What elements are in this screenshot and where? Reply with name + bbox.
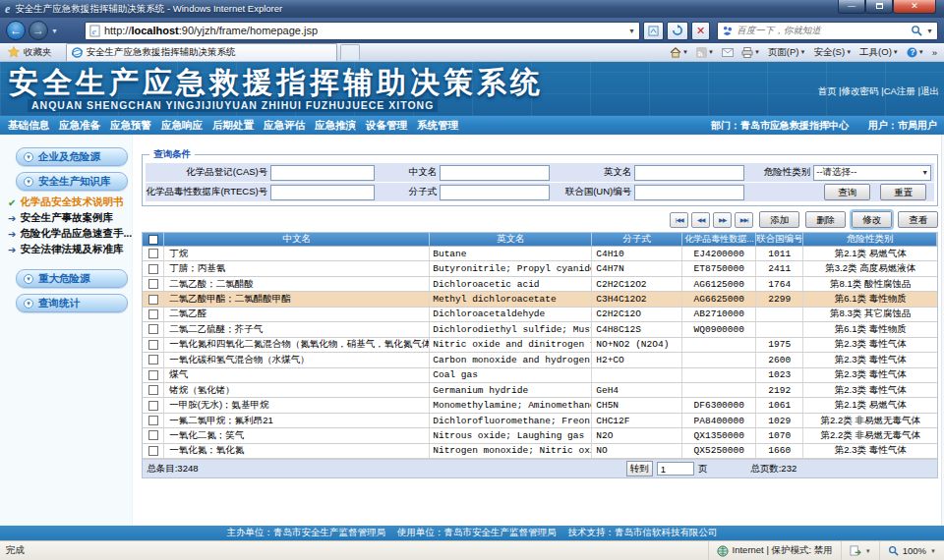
row-checkbox[interactable]: [148, 264, 158, 274]
history-dropdown-icon[interactable]: ▼: [51, 28, 58, 34]
page-menu[interactable]: 页面(P)▼: [765, 46, 809, 59]
refresh-button[interactable]: [667, 22, 688, 40]
menu-item-5[interactable]: 后期处置: [212, 119, 254, 133]
favorites-button[interactable]: 收藏夹: [4, 46, 60, 59]
row-checkbox[interactable]: [148, 249, 158, 258]
table-row[interactable]: 煤气Coal gas1023第2.3类 毒性气体: [143, 368, 937, 383]
help-menu[interactable]: ?▼: [904, 47, 927, 58]
back-button[interactable]: ←: [6, 21, 26, 40]
stop-button[interactable]: ✕: [691, 22, 710, 40]
home-button[interactable]: ▼: [667, 47, 691, 58]
top-links[interactable]: 首页 |修改密码 |CA注册 |退出: [817, 85, 939, 98]
table-row[interactable]: 锗烷（氢化锗）Germanium hydrideGeH42192第2.3类 毒性…: [143, 383, 937, 398]
sidebar-item-3[interactable]: ✔化学品安全技术说明书: [8, 196, 132, 208]
sidebar-item-6[interactable]: ➔安全法律法规及标准库: [8, 244, 132, 255]
feeds-button[interactable]: ▼: [693, 47, 717, 58]
table-row[interactable]: 一氧化氮和四氧化二氮混合物（氮氧化物，硝基气，氧化氮气体）Nitric oxid…: [143, 338, 937, 353]
menu-item-3[interactable]: 应急预警: [110, 119, 151, 133]
next-page-button[interactable]: ▶▶: [713, 212, 732, 228]
print-button[interactable]: ▼: [738, 47, 763, 58]
table-row[interactable]: 一氧化氮；氧化氮Nitrogen monoxide; Nitric oxideN…: [143, 444, 937, 459]
sidebar-item-2[interactable]: ▼安全生产知识库: [16, 172, 128, 191]
table-row[interactable]: 丁腈；丙基氰Butyronitrile; Propyl cyanideC4H7N…: [143, 261, 937, 276]
table-row[interactable]: 二氯乙酸甲酯；二氯醋酸甲酯Methyl dichloroacetateC3H4C…: [143, 292, 937, 307]
menu-item-7[interactable]: 应急推演: [315, 119, 356, 133]
select-all-checkbox[interactable]: [148, 235, 158, 245]
row-checkbox[interactable]: [148, 430, 158, 440]
table-row[interactable]: 二氯乙酸；二氯醋酸Dichloroacetic acidC2H2C12O2AG6…: [143, 277, 937, 292]
browser-tab[interactable]: 安全生产应急救援指挥辅助决策系统: [66, 43, 337, 61]
table-row[interactable]: 二氯二乙硫醚；芥子气Dichlorodiethyl sulfide; Musta…: [143, 322, 937, 337]
search-dropdown-icon[interactable]: ▼: [926, 28, 933, 34]
table-row[interactable]: 一甲胺(无水)；氨基甲烷Monomethylamine; Aminomethan…: [143, 398, 937, 413]
zoom-control[interactable]: 100% ▼: [879, 541, 944, 560]
menu-item-4[interactable]: 应急响应: [161, 119, 203, 133]
row-checkbox[interactable]: [148, 370, 158, 380]
url-dropdown-icon[interactable]: ▼: [628, 28, 635, 34]
close-button[interactable]: ✕: [893, 0, 936, 14]
table-row[interactable]: 一氧化碳和氢气混合物（水煤气）Carbon monoxide and hydro…: [143, 353, 937, 367]
table-row[interactable]: 二氯乙醛DichloroacetaldehydeC2H2C12OAB271000…: [143, 308, 937, 322]
view-button[interactable]: 查看: [898, 211, 938, 228]
tools-menu[interactable]: 工具(O)▼: [856, 46, 902, 59]
url-text[interactable]: http://localhost:90/yjzh/frame/homepage.…: [104, 25, 624, 36]
modify-button[interactable]: 修改: [852, 211, 892, 228]
hazard-class-select[interactable]: --请选择--▼: [813, 165, 931, 181]
sidebar-item-1[interactable]: ▼企业及危险源: [16, 147, 128, 166]
menu-item-6[interactable]: 应急评估: [264, 119, 305, 133]
page-icon: e: [89, 25, 100, 37]
row-checkbox[interactable]: [148, 385, 158, 395]
privacy-segment[interactable]: ▼: [841, 541, 879, 560]
cas-input[interactable]: [270, 165, 375, 181]
overflow-chevron[interactable]: »: [929, 47, 940, 58]
table-row[interactable]: 一氧化二氮；笑气Nitrous oxide; Laughing gasN2OQX…: [143, 428, 937, 443]
row-checkbox[interactable]: [148, 416, 158, 425]
delete-button[interactable]: 删除: [805, 211, 846, 228]
forward-button[interactable]: →: [29, 21, 48, 40]
row-checkbox[interactable]: [148, 309, 158, 319]
sidebar-item-4[interactable]: ➔安全生产事故案例库: [8, 212, 132, 224]
cn-name-input[interactable]: [440, 165, 550, 181]
prev-page-button[interactable]: ◀◀: [691, 212, 710, 228]
query-panel: 查询条件 化学品登记(CAS)号 中文名 英文名 危险性类别 --请选择--▼ …: [142, 148, 938, 206]
row-checkbox[interactable]: [148, 446, 158, 456]
sidebar-item-8[interactable]: ▼查询统计: [16, 294, 128, 312]
search-placeholder[interactable]: 百度一下，你就知道: [737, 25, 907, 37]
table-row[interactable]: 丁烷ButaneC4H10EJ42000001011第2.1类 易燃气体: [143, 247, 937, 261]
row-checkbox[interactable]: [148, 295, 158, 305]
maximize-button[interactable]: [865, 0, 893, 14]
row-checkbox[interactable]: [148, 355, 158, 364]
en-name-input[interactable]: [634, 165, 744, 181]
menu-item-8[interactable]: 设备管理: [366, 119, 407, 133]
reset-button[interactable]: 重置: [880, 184, 926, 200]
table-row[interactable]: 一氟二氯甲烷；氟利昂21Dichlorofluoromethane; Freon…: [143, 414, 937, 428]
last-page-button[interactable]: ▶▶|: [735, 212, 753, 228]
mail-button[interactable]: [719, 48, 737, 57]
menu-item-2[interactable]: 应急准备: [59, 119, 100, 133]
baidu-icon: [722, 26, 733, 36]
formula-label: 分子式: [378, 186, 437, 198]
add-button[interactable]: 添加: [759, 211, 799, 228]
compatibility-button[interactable]: [643, 22, 664, 40]
row-checkbox[interactable]: [148, 340, 158, 350]
sidebar-item-5[interactable]: ➔危险化学品应急速查手...: [8, 228, 132, 240]
goto-button[interactable]: 转到: [626, 461, 653, 476]
minimize-button[interactable]: —: [838, 0, 865, 14]
row-checkbox[interactable]: [148, 401, 158, 411]
new-tab-stub[interactable]: [340, 44, 360, 60]
row-checkbox[interactable]: [148, 279, 158, 289]
menu-item-9[interactable]: 系统管理: [417, 119, 458, 133]
search-button[interactable]: 查询: [824, 184, 870, 200]
rtecs-input[interactable]: [270, 185, 375, 200]
safety-menu[interactable]: 安全(S)▼: [810, 46, 855, 59]
menu-item-1[interactable]: 基础信息: [8, 119, 49, 133]
un-number-input[interactable]: [634, 185, 744, 200]
formula-input[interactable]: [440, 185, 550, 200]
url-box[interactable]: e http://localhost:90/yjzh/frame/homepag…: [85, 22, 640, 40]
page-input[interactable]: 1: [657, 462, 694, 476]
search-icon[interactable]: [911, 25, 922, 36]
first-page-button[interactable]: |◀◀: [670, 212, 688, 228]
sidebar-item-7[interactable]: ▼重大危险源: [16, 269, 128, 288]
search-box[interactable]: 百度一下，你就知道 ▼: [717, 22, 938, 40]
row-checkbox[interactable]: [148, 324, 158, 334]
